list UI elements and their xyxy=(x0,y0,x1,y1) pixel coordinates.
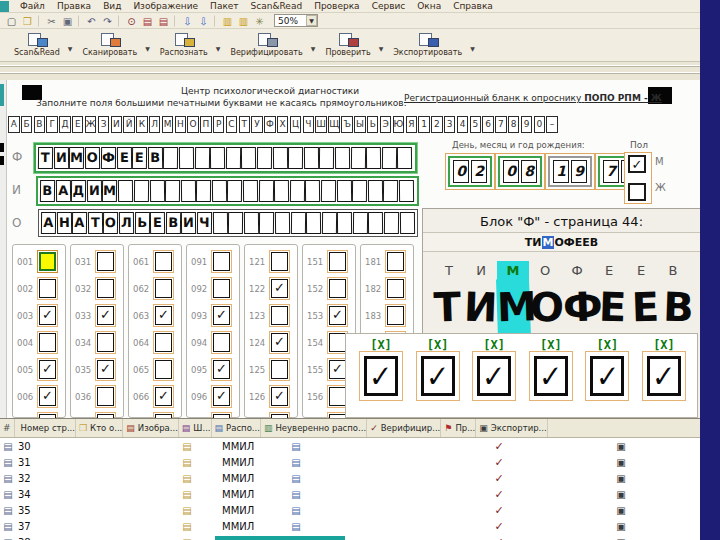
firstname-letter-box[interactable]: И xyxy=(87,180,102,202)
firstname-letter-box[interactable]: А xyxy=(55,180,70,202)
chevron-down-icon[interactable]: ▼ xyxy=(306,15,317,26)
page-down-icon[interactable]: ⇩ xyxy=(180,14,195,28)
find-icon[interactable]: ⊙ xyxy=(124,14,139,28)
handwritten-checkbox-image[interactable]: ✓ xyxy=(590,356,624,396)
table-row[interactable]: ▤ 37 ▤ ММИЛ ▤ ✓ ▣ xyxy=(0,518,700,534)
surname-letter-box[interactable] xyxy=(272,147,287,169)
answer-checkbox[interactable]: ✓ xyxy=(39,387,56,406)
firstname-letter-box[interactable] xyxy=(321,180,336,202)
patronymic-letter-box[interactable] xyxy=(244,212,259,234)
surname-letter-box[interactable]: Е xyxy=(132,147,147,169)
undo-icon[interactable]: ↶ xyxy=(84,14,99,28)
firstname-letter-box[interactable] xyxy=(274,180,289,202)
table-column-header[interactable]: # xyxy=(0,419,15,437)
handwritten-checkbox-image[interactable]: ✓ xyxy=(364,356,398,396)
surname-letter-box[interactable]: М xyxy=(69,147,84,169)
surname-letter-box[interactable]: Ф xyxy=(101,147,116,169)
firstname-letter-box[interactable] xyxy=(181,180,196,202)
chevron-down-icon[interactable]: ▼ xyxy=(379,45,384,52)
patronymic-letter-box[interactable] xyxy=(384,212,399,234)
handwritten-letter-image[interactable]: Ф xyxy=(562,278,597,337)
sex-checkbox[interactable]: ✓ xyxy=(628,183,646,201)
recognized-checkbox-value[interactable]: [X] xyxy=(483,338,505,352)
recognized-checkbox-value[interactable]: [X] xyxy=(540,338,562,352)
answer-checkbox[interactable]: ✓ xyxy=(329,279,346,298)
cut-icon[interactable]: ✂ xyxy=(44,14,59,28)
surname-letter-box[interactable]: Т xyxy=(38,147,53,169)
answer-checkbox[interactable]: ✓ xyxy=(155,333,172,352)
answer-checkbox[interactable]: ✓ xyxy=(97,252,114,271)
answer-checkbox[interactable]: ✓ xyxy=(271,387,288,406)
birthdate-group[interactable]: 1 9 xyxy=(548,156,592,187)
separator[interactable] xyxy=(214,15,218,27)
menu-item[interactable]: Scan&Read xyxy=(245,0,309,13)
firstname-letter-box[interactable] xyxy=(149,180,164,202)
surname-letter-box[interactable]: И xyxy=(53,147,68,169)
answer-checkbox[interactable]: ✓ xyxy=(271,333,288,352)
patronymic-letter-box[interactable]: А xyxy=(72,212,87,234)
page-down2-icon[interactable]: ⇩ xyxy=(196,14,211,28)
chevron-down-icon[interactable]: ▼ xyxy=(68,45,73,52)
birthdate-group[interactable]: 0 2 xyxy=(448,156,492,187)
handwritten-letter-image[interactable]: Е xyxy=(628,278,663,337)
answer-checkbox[interactable]: ✓ xyxy=(39,360,56,379)
surname-letter-box[interactable] xyxy=(382,147,397,169)
table-row[interactable]: ▤ 31 ▤ ММИЛ ▤ ✓ ▣ xyxy=(0,454,700,470)
menu-item[interactable]: Сервис xyxy=(366,0,412,13)
export-button[interactable]: Экспортировать xyxy=(385,31,470,58)
answer-checkbox[interactable]: ✓ xyxy=(271,360,288,379)
answer-checkbox[interactable]: ✓ xyxy=(387,252,404,271)
patronymic-letter-box[interactable]: Ч xyxy=(197,212,212,234)
patronymic-letter-box[interactable]: Л xyxy=(119,212,134,234)
menu-item[interactable]: Окна xyxy=(411,0,447,13)
patronymic-letter-box[interactable] xyxy=(322,212,337,234)
recognized-checkbox-value[interactable]: [X] xyxy=(597,338,619,352)
surname-letter-box[interactable]: В xyxy=(148,147,163,169)
answer-checkbox[interactable]: ✓ xyxy=(39,333,56,352)
answer-checkbox[interactable]: ✓ xyxy=(155,360,172,379)
handwritten-letter-image[interactable]: Е xyxy=(595,278,630,337)
answer-checkbox[interactable]: ✓ xyxy=(155,387,172,406)
paste-icon[interactable]: ▣ xyxy=(60,14,75,28)
table-column-header[interactable]: ▤ Распо... xyxy=(212,419,261,437)
open-batch-icon[interactable]: ❒ xyxy=(20,14,35,28)
answer-checkbox[interactable]: ✓ xyxy=(271,252,288,271)
answer-checkbox[interactable]: ✓ xyxy=(39,252,56,271)
answer-checkbox[interactable]: ✓ xyxy=(387,279,404,298)
redo-icon[interactable]: ↷ xyxy=(100,14,115,28)
surname-letter-box[interactable] xyxy=(366,147,381,169)
surname-letter-box[interactable] xyxy=(163,147,178,169)
surname-letter-box[interactable] xyxy=(194,147,209,169)
surname-letter-box[interactable] xyxy=(288,147,303,169)
patronymic-letter-box[interactable] xyxy=(368,212,383,234)
marked-page2-icon[interactable]: ▤ xyxy=(156,14,171,28)
patronymic-letter-box[interactable] xyxy=(353,212,368,234)
patronymic-letter-box[interactable] xyxy=(400,212,415,234)
surname-letter-box[interactable]: Е xyxy=(117,147,132,169)
table-row[interactable]: ▤ 38 ▤ ММИЛ ▤ ✓ ▣ xyxy=(0,534,700,540)
recognized-value-field[interactable]: ТИМОФЕЕВ xyxy=(423,233,700,252)
table-row[interactable]: ▤ 34 ▤ ММИЛ ▤ ✓ ▣ xyxy=(0,486,700,502)
table-column-header[interactable]: Номер стр... xyxy=(15,419,76,437)
wand-icon[interactable]: ✳ xyxy=(252,14,267,28)
firstname-letter-box[interactable] xyxy=(118,180,133,202)
answer-checkbox[interactable]: ✓ xyxy=(271,306,288,325)
handwritten-checkbox-image[interactable]: ✓ xyxy=(421,356,455,396)
check-button[interactable]: Проверить xyxy=(317,31,378,58)
highlight2-icon[interactable]: ▥ xyxy=(236,14,251,28)
answer-checkbox[interactable]: ✓ xyxy=(329,360,346,379)
menu-item[interactable]: Проверка xyxy=(308,0,366,13)
answer-checkbox[interactable]: ✓ xyxy=(97,360,114,379)
answer-checkbox[interactable]: ✓ xyxy=(97,306,114,325)
birthdate-group[interactable]: 0 8 xyxy=(498,156,542,187)
answer-checkbox[interactable]: ✓ xyxy=(97,279,114,298)
table-row[interactable]: ▤ 35 ▤ ММИЛ ▤ ✓ ▣ xyxy=(0,502,700,518)
handwritten-checkbox-image[interactable]: ✓ xyxy=(534,356,568,396)
patronymic-letter-box[interactable] xyxy=(212,212,227,234)
new-batch-icon[interactable]: ▢ xyxy=(4,14,19,28)
answer-checkbox[interactable]: ✓ xyxy=(155,279,172,298)
answer-checkbox[interactable]: ✓ xyxy=(271,279,288,298)
patronymic-letter-box[interactable] xyxy=(259,212,274,234)
surname-letter-box[interactable]: О xyxy=(85,147,100,169)
table-column-header[interactable]: ❒ Кто о... xyxy=(76,419,123,437)
